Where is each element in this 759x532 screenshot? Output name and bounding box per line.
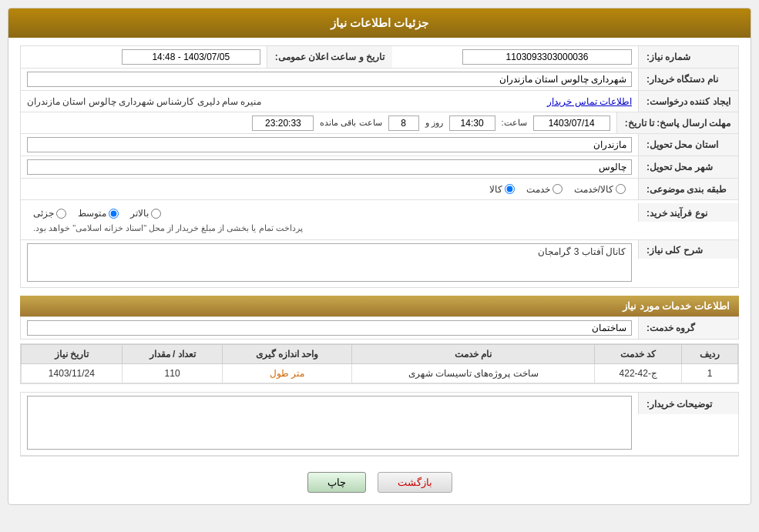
col-qty: تعداد / مقدار xyxy=(122,345,223,364)
cell-date: 1403/11/24 xyxy=(22,364,123,383)
deadline-remaining-input[interactable] xyxy=(252,115,314,131)
cell-row: 1 xyxy=(682,364,738,383)
col-date: تاریخ نیاز xyxy=(22,345,123,364)
org-name-label: نام دستگاه خریدار: xyxy=(638,69,738,90)
cell-unit: متر طول xyxy=(223,364,351,383)
col-code: کد خدمت xyxy=(595,345,682,364)
page-title: جزئیات اطلاعات نیاز xyxy=(8,8,751,38)
city-input[interactable] xyxy=(27,159,632,175)
deadline-date-input[interactable] xyxy=(533,115,610,131)
process-high-label: بالاتر xyxy=(130,208,149,219)
cell-code: ج-42-422 xyxy=(595,364,682,383)
province-input[interactable] xyxy=(27,137,632,152)
creator-value: اطلاعات تماس خریدار منیره سام دلیری کارش… xyxy=(21,91,638,112)
process-radio-group: بالاتر متوسط جزئی xyxy=(27,206,167,220)
desc-textarea[interactable] xyxy=(27,243,632,282)
deadline-time-label: ساعت: xyxy=(502,118,527,128)
process-note: پرداخت تمام یا بخشی از مبلغ خریدار از مح… xyxy=(27,223,309,233)
action-buttons: بازگشت چاپ xyxy=(20,464,739,497)
cell-qty: 110 xyxy=(122,364,223,383)
org-name-value xyxy=(21,69,638,90)
contact-link[interactable]: اطلاعات تماس خریدار xyxy=(547,96,632,107)
col-unit: واحد اندازه گیری xyxy=(223,345,351,364)
buyer-notes-textarea[interactable] xyxy=(27,396,632,450)
process-low-label: جزئی xyxy=(33,208,54,219)
category-label: طبقه بندی موضوعی: xyxy=(638,179,738,199)
category-option-kala[interactable]: کالا xyxy=(489,184,515,195)
request-number-label: شماره نیاز: xyxy=(638,46,738,68)
desc-label: شرح کلی نیاز: xyxy=(638,240,738,259)
print-button[interactable]: چاپ xyxy=(307,472,366,493)
service-group-input[interactable] xyxy=(27,320,632,336)
announce-value xyxy=(21,46,267,68)
col-row: ردیف xyxy=(682,345,738,364)
category-option-kalaservice[interactable]: کالا/خدمت xyxy=(574,184,626,195)
buyer-notes-label: توضیحات خریدار: xyxy=(638,393,738,414)
process-option-medium[interactable]: متوسط xyxy=(78,208,119,219)
category-radio-group: کالا/خدمت خدمت کالا xyxy=(483,182,632,196)
services-table: ردیف کد خدمت نام خدمت واحد اندازه گیری ت… xyxy=(21,344,738,383)
services-header: اطلاعات خدمات مورد نیاز xyxy=(20,296,739,316)
creator-text: منیره سام دلیری کارشناس شهرداری چالوس اس… xyxy=(27,96,261,107)
table-row: 1 ج-42-422 ساخت پروژه‌های تاسیسات شهری م… xyxy=(22,364,738,383)
category-kala-label: کالا xyxy=(489,184,502,195)
cell-name: ساخت پروژه‌های تاسیسات شهری xyxy=(351,364,595,383)
service-group-label: گروه خدمت: xyxy=(638,317,738,339)
deadline-remaining-label: ساعت باقی مانده xyxy=(320,118,381,128)
back-button[interactable]: بازگشت xyxy=(378,472,452,493)
deadline-label: مهلت ارسال پاسخ: تا تاریخ: xyxy=(616,112,738,133)
announce-label: تاریخ و ساعت اعلان عمومی: xyxy=(267,46,392,68)
province-label: استان محل تحویل: xyxy=(638,134,738,156)
col-name: نام خدمت xyxy=(351,345,595,364)
category-kalaservice-label: کالا/خدمت xyxy=(574,184,613,195)
city-label: شهر محل تحویل: xyxy=(638,156,738,178)
announce-input[interactable] xyxy=(122,49,260,65)
category-service-label: خدمت xyxy=(526,184,550,195)
creator-label: ایجاد کننده درخواست: xyxy=(638,91,738,112)
process-option-low[interactable]: جزئی xyxy=(33,208,66,219)
process-medium-label: متوسط xyxy=(78,208,106,219)
deadline-days-label: روز و xyxy=(425,118,443,128)
deadline-time-input[interactable] xyxy=(449,115,495,131)
category-option-service[interactable]: خدمت xyxy=(526,184,563,195)
request-number-value xyxy=(392,46,638,68)
org-name-input[interactable] xyxy=(27,72,632,87)
request-number-input[interactable] xyxy=(462,49,632,65)
process-option-high[interactable]: بالاتر xyxy=(130,208,161,219)
process-label: نوع فرآیند خرید: xyxy=(638,203,738,222)
desc-area: کانال آفتاب 3 گرامجان xyxy=(21,240,638,287)
deadline-days-input[interactable] xyxy=(388,115,419,131)
